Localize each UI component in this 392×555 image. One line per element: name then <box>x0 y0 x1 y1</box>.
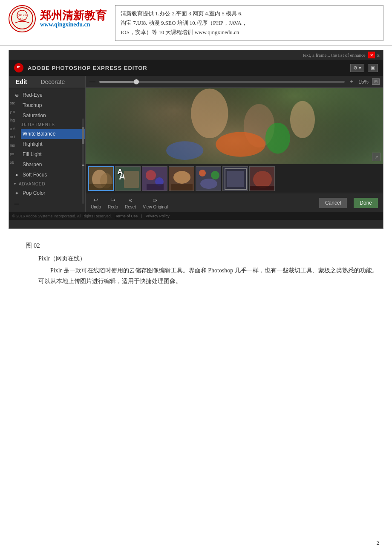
layout-icon: ▣ <box>371 65 375 71</box>
view-original-icon: □▪ <box>150 196 160 204</box>
cancel-button[interactable]: Cancel <box>319 198 347 208</box>
advanced-section-header: ADVANCED <box>9 180 85 188</box>
scroll-indicator-small <box>82 165 84 166</box>
photo-content <box>86 88 383 164</box>
expand-corner-icon: ↗ <box>375 155 378 159</box>
tool-fill-light-label: Fill Light <box>23 151 42 157</box>
expand-icon: ⊞ <box>374 79 378 84</box>
zoom-slider-container <box>99 81 345 83</box>
tool-soft-focus[interactable]: ● Soft Focus <box>9 170 85 180</box>
bottom-controls: ↩ Undo ↪ Redo « Reset □▪ View Original C… <box>86 193 383 212</box>
ps-footer: © 2016 Adobe Systems Incorporated. All R… <box>9 212 383 220</box>
tool-pop-color[interactable]: ✦ Pop Color <box>9 188 85 198</box>
app-header-icons: ⚙ ▾ ▣ <box>350 64 378 72</box>
layout-button[interactable]: ▣ <box>368 64 378 72</box>
tab-decorate[interactable]: Decorate <box>34 76 72 88</box>
header-info-text: 清新教育提供 1.办公 2.平面 3.网页 4.室内 5.模具 6.淘宝 7.U… <box>121 10 247 35</box>
tool-red-eye[interactable]: ⊕ Red-Eye <box>9 90 85 100</box>
redo-label: Redo <box>108 205 118 209</box>
logo-cn-text: 郑州清新教育 <box>40 9 107 22</box>
browser-address-text: text, a frame... the list of enhance <box>12 52 366 58</box>
svg-point-30 <box>199 170 206 176</box>
app-header: ADOBE PHOTOSHOP EXPRESS EDITOR ⚙ ▾ ▣ <box>9 60 383 76</box>
soft-focus-icon: ● <box>13 171 20 178</box>
filmstrip-thumb-6[interactable] <box>222 166 248 191</box>
reset-icon: « <box>125 196 135 204</box>
svg-text:Edu: Edu <box>20 18 25 21</box>
undo-icon: ↩ <box>91 196 101 204</box>
redo-button[interactable]: ↪ Redo <box>108 196 118 209</box>
svg-point-37 <box>253 171 272 188</box>
zoom-bar: — + 15% ⊞ <box>86 76 383 88</box>
close-button[interactable]: ✕ <box>368 52 375 58</box>
svg-rect-18 <box>89 184 114 191</box>
reset-button[interactable]: « Reset <box>125 196 136 209</box>
app-title: ADOBE PHOTOSHOP EXPRESS EDITOR <box>28 65 350 71</box>
footer-privacy-link[interactable]: Privacy Policy <box>146 214 170 218</box>
filmstrip-thumb-1[interactable] <box>88 166 114 191</box>
page-header: Qin xin Edu 郑州清新教育 www.qingxinedu.cn 清新教… <box>0 0 392 46</box>
scrollbar-thumb[interactable] <box>82 127 84 144</box>
footer-separator: | <box>141 214 142 218</box>
filmstrip-thumb-3[interactable] <box>142 166 167 191</box>
tool-soft-focus-label: Soft Focus <box>23 172 47 178</box>
logo-url-text: www.qingxinedu.cn <box>40 21 107 28</box>
left-clip-text: otc y n ing o A or t ms po ob <box>9 99 21 167</box>
content-area: 图 02 Pixlr（网页在线） Pixlr 是一款可在线随时使用的云储存图像编… <box>0 233 392 299</box>
tab-edit[interactable]: Edit <box>9 76 34 88</box>
logo-circle: Qin xin Edu <box>9 5 36 32</box>
svg-point-12 <box>216 132 265 157</box>
footer-terms-link[interactable]: Terms of Use <box>115 214 138 218</box>
redo-icon: ↪ <box>108 196 118 204</box>
undo-button[interactable]: ↩ Undo <box>91 196 101 209</box>
filmstrip-thumb-4[interactable] <box>169 166 194 191</box>
zoom-slider[interactable] <box>99 81 345 83</box>
zoom-minus-button[interactable]: — <box>89 78 96 85</box>
screenshot-container: text, a frame... the list of enhance ✕ t… <box>9 50 383 229</box>
view-original-label: View Original <box>143 205 168 209</box>
expand-button[interactable]: ⊞ <box>372 78 380 85</box>
svg-point-23 <box>146 170 156 180</box>
red-eye-icon: ⊕ <box>13 92 20 98</box>
svg-point-9 <box>191 89 228 138</box>
tool-highlight-label: Highlight <box>23 141 43 147</box>
tool-sharpen-label: Sharpen <box>23 162 42 168</box>
filmstrip-thumb-5[interactable] <box>196 166 221 191</box>
svg-point-11 <box>290 101 315 138</box>
tool-more[interactable]: — <box>9 198 85 208</box>
content-body: Pixlr 是一款可在线随时使用的云储存图像编辑工具。界面和 Photoshop… <box>38 265 379 286</box>
zoom-slider-knob[interactable] <box>134 79 139 84</box>
tool-touchup-label: Touchup <box>23 102 42 108</box>
zoom-plus-button[interactable]: + <box>348 78 355 85</box>
tool-red-eye-label: Red-Eye <box>23 92 43 98</box>
undo-label: Undo <box>91 205 101 209</box>
svg-point-31 <box>211 171 219 179</box>
svg-rect-35 <box>227 171 244 187</box>
view-original-button[interactable]: □▪ View Original <box>143 196 168 209</box>
more-icon: — <box>13 200 20 207</box>
settings-button[interactable]: ⚙ ▾ <box>350 64 364 72</box>
gear-icon: ⚙ <box>353 65 357 71</box>
scrollbar-track <box>82 119 84 204</box>
browser-top-bar: text, a frame... the list of enhance ✕ t… <box>9 50 383 60</box>
filmstrip-thumb-7[interactable] <box>249 166 275 191</box>
logo-text: 郑州清新教育 www.qingxinedu.cn <box>40 9 107 29</box>
filmstrip-thumb-2[interactable]: A A <box>115 166 141 191</box>
svg-point-14 <box>166 142 203 160</box>
svg-rect-28 <box>171 184 193 191</box>
edit-tabs: Edit Decorate <box>9 76 85 88</box>
zoom-slider-fill <box>99 81 136 83</box>
logo-area: Qin xin Edu 郑州清新教育 www.qingxinedu.cn <box>9 5 107 32</box>
svg-point-4 <box>15 64 23 72</box>
content-subtitle: Pixlr（网页在线） <box>38 255 379 263</box>
svg-point-13 <box>265 123 290 154</box>
svg-text:Qin xin: Qin xin <box>17 14 27 17</box>
expand-corner-button[interactable]: ↗ <box>372 153 380 161</box>
zoom-value-text: 15% <box>358 79 369 85</box>
filmstrip: A A <box>86 164 383 193</box>
logo-inner-text: Qin xin Edu <box>11 7 34 31</box>
done-button[interactable]: Done <box>354 198 378 208</box>
pop-color-icon: ✦ <box>13 190 20 197</box>
svg-point-27 <box>173 171 190 184</box>
ps-logo-icon <box>14 63 23 72</box>
